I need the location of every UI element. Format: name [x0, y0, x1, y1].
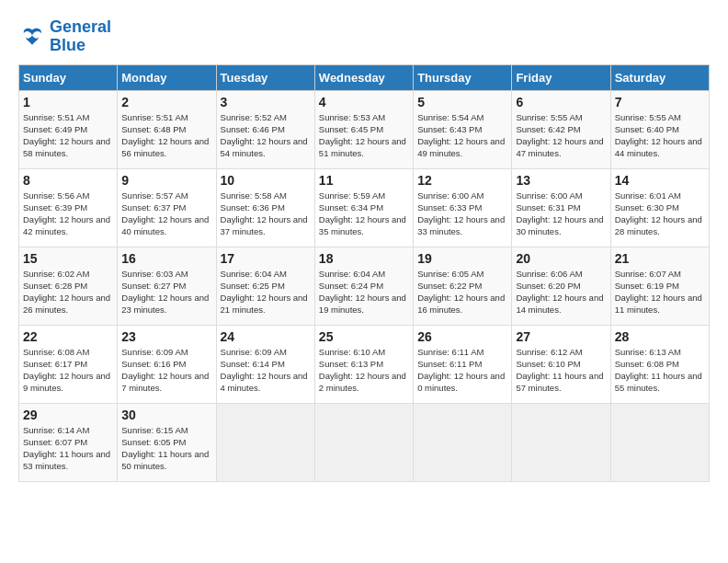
day-number: 28: [615, 329, 705, 344]
calendar-cell: [610, 403, 709, 481]
day-number: 13: [516, 173, 606, 188]
calendar-cell: 12 Sunrise: 6:00 AM Sunset: 6:33 PM Dayl…: [414, 168, 512, 247]
calendar-week-3: 15 Sunrise: 6:02 AM Sunset: 6:28 PM Dayl…: [19, 247, 710, 325]
day-number: 5: [417, 95, 507, 109]
day-info: Sunrise: 5:52 AM Sunset: 6:46 PM Dayligh…: [221, 111, 311, 160]
calendar-cell: 1 Sunrise: 5:51 AM Sunset: 6:49 PM Dayli…: [19, 90, 118, 168]
calendar-cell: 5 Sunrise: 5:54 AM Sunset: 6:43 PM Dayli…: [414, 90, 512, 168]
day-number: 20: [516, 251, 606, 266]
calendar-cell: 25 Sunrise: 6:10 AM Sunset: 6:13 PM Dayl…: [314, 325, 413, 403]
day-number: 1: [23, 95, 113, 109]
calendar-cell: 3 Sunrise: 5:52 AM Sunset: 6:46 PM Dayli…: [216, 90, 314, 168]
calendar-cell: 2 Sunrise: 5:51 AM Sunset: 6:48 PM Dayli…: [118, 90, 216, 168]
day-info: Sunrise: 6:01 AM Sunset: 6:30 PM Dayligh…: [615, 190, 705, 238]
calendar-cell: 7 Sunrise: 5:55 AM Sunset: 6:40 PM Dayli…: [610, 90, 709, 168]
logo-text: General Blue: [50, 18, 111, 55]
day-info: Sunrise: 6:04 AM Sunset: 6:24 PM Dayligh…: [319, 268, 409, 316]
day-info: Sunrise: 6:09 AM Sunset: 6:16 PM Dayligh…: [121, 346, 211, 395]
day-number: 2: [121, 95, 211, 109]
day-number: 22: [23, 329, 113, 344]
day-number: 26: [417, 329, 507, 344]
calendar-cell: 30 Sunrise: 6:15 AM Sunset: 6:05 PM Dayl…: [118, 403, 216, 481]
calendar-cell: 6 Sunrise: 5:55 AM Sunset: 6:42 PM Dayli…: [512, 90, 610, 168]
calendar-cell: 28 Sunrise: 6:13 AM Sunset: 6:08 PM Dayl…: [610, 325, 709, 403]
calendar-cell: 11 Sunrise: 5:59 AM Sunset: 6:34 PM Dayl…: [314, 168, 413, 247]
calendar-week-5: 29 Sunrise: 6:14 AM Sunset: 6:07 PM Dayl…: [19, 403, 710, 481]
page-header: General Blue: [18, 18, 710, 55]
calendar-cell: 15 Sunrise: 6:02 AM Sunset: 6:28 PM Dayl…: [19, 247, 118, 325]
day-info: Sunrise: 5:54 AM Sunset: 6:43 PM Dayligh…: [417, 111, 507, 160]
day-info: Sunrise: 5:53 AM Sunset: 6:45 PM Dayligh…: [319, 111, 409, 160]
day-info: Sunrise: 5:56 AM Sunset: 6:39 PM Dayligh…: [23, 190, 113, 238]
calendar-cell: 10 Sunrise: 5:58 AM Sunset: 6:36 PM Dayl…: [216, 168, 314, 247]
day-number: 14: [615, 173, 705, 188]
day-info: Sunrise: 6:08 AM Sunset: 6:17 PM Dayligh…: [23, 346, 113, 395]
day-info: Sunrise: 6:15 AM Sunset: 6:05 PM Dayligh…: [121, 424, 211, 473]
day-info: Sunrise: 5:51 AM Sunset: 6:49 PM Dayligh…: [23, 111, 113, 160]
calendar-header-row: SundayMondayTuesdayWednesdayThursdayFrid…: [19, 64, 710, 90]
day-number: 23: [121, 329, 211, 344]
day-info: Sunrise: 6:06 AM Sunset: 6:20 PM Dayligh…: [516, 268, 606, 316]
day-number: 8: [23, 173, 113, 188]
day-header-saturday: Saturday: [610, 64, 709, 90]
day-info: Sunrise: 6:14 AM Sunset: 6:07 PM Dayligh…: [23, 424, 113, 473]
logo-icon: [18, 23, 46, 51]
day-info: Sunrise: 5:55 AM Sunset: 6:40 PM Dayligh…: [615, 111, 705, 160]
day-info: Sunrise: 5:57 AM Sunset: 6:37 PM Dayligh…: [121, 190, 211, 238]
day-number: 30: [121, 408, 211, 422]
calendar-cell: 8 Sunrise: 5:56 AM Sunset: 6:39 PM Dayli…: [19, 168, 118, 247]
calendar-week-1: 1 Sunrise: 5:51 AM Sunset: 6:49 PM Dayli…: [19, 90, 710, 168]
day-info: Sunrise: 6:12 AM Sunset: 6:10 PM Dayligh…: [516, 346, 606, 395]
day-number: 17: [221, 251, 311, 266]
day-number: 15: [23, 251, 113, 266]
day-info: Sunrise: 6:07 AM Sunset: 6:19 PM Dayligh…: [615, 268, 705, 316]
day-info: Sunrise: 5:58 AM Sunset: 6:36 PM Dayligh…: [221, 190, 311, 238]
calendar-cell: 14 Sunrise: 6:01 AM Sunset: 6:30 PM Dayl…: [610, 168, 709, 247]
calendar-cell: 23 Sunrise: 6:09 AM Sunset: 6:16 PM Dayl…: [118, 325, 216, 403]
calendar-week-4: 22 Sunrise: 6:08 AM Sunset: 6:17 PM Dayl…: [19, 325, 710, 403]
calendar-cell: [512, 403, 610, 481]
calendar-cell: 16 Sunrise: 6:03 AM Sunset: 6:27 PM Dayl…: [118, 247, 216, 325]
calendar-cell: [314, 403, 413, 481]
day-info: Sunrise: 6:05 AM Sunset: 6:22 PM Dayligh…: [417, 268, 507, 316]
calendar-week-2: 8 Sunrise: 5:56 AM Sunset: 6:39 PM Dayli…: [19, 168, 710, 247]
day-header-tuesday: Tuesday: [216, 64, 314, 90]
calendar-cell: 4 Sunrise: 5:53 AM Sunset: 6:45 PM Dayli…: [314, 90, 413, 168]
day-number: 12: [417, 173, 507, 188]
day-info: Sunrise: 6:00 AM Sunset: 6:31 PM Dayligh…: [516, 190, 606, 238]
day-number: 25: [319, 329, 409, 344]
day-number: 6: [516, 95, 606, 109]
day-header-monday: Monday: [118, 64, 216, 90]
calendar-cell: 29 Sunrise: 6:14 AM Sunset: 6:07 PM Dayl…: [19, 403, 118, 481]
calendar-cell: 20 Sunrise: 6:06 AM Sunset: 6:20 PM Dayl…: [512, 247, 610, 325]
day-header-thursday: Thursday: [414, 64, 512, 90]
day-number: 21: [615, 251, 705, 266]
day-number: 18: [319, 251, 409, 266]
calendar-cell: 17 Sunrise: 6:04 AM Sunset: 6:25 PM Dayl…: [216, 247, 314, 325]
logo: General Blue: [18, 18, 111, 55]
calendar-cell: 21 Sunrise: 6:07 AM Sunset: 6:19 PM Dayl…: [610, 247, 709, 325]
calendar-cell: [216, 403, 314, 481]
day-info: Sunrise: 6:13 AM Sunset: 6:08 PM Dayligh…: [615, 346, 705, 395]
day-number: 27: [516, 329, 606, 344]
day-number: 10: [221, 173, 311, 188]
day-info: Sunrise: 6:02 AM Sunset: 6:28 PM Dayligh…: [23, 268, 113, 316]
day-info: Sunrise: 5:51 AM Sunset: 6:48 PM Dayligh…: [121, 111, 211, 160]
day-info: Sunrise: 6:10 AM Sunset: 6:13 PM Dayligh…: [319, 346, 409, 395]
day-header-friday: Friday: [512, 64, 610, 90]
day-info: Sunrise: 5:55 AM Sunset: 6:42 PM Dayligh…: [516, 111, 606, 160]
day-header-sunday: Sunday: [19, 64, 118, 90]
day-info: Sunrise: 6:11 AM Sunset: 6:11 PM Dayligh…: [417, 346, 507, 395]
day-number: 24: [221, 329, 311, 344]
day-info: Sunrise: 6:09 AM Sunset: 6:14 PM Dayligh…: [221, 346, 311, 395]
day-number: 3: [221, 95, 311, 109]
day-number: 29: [23, 408, 113, 422]
day-number: 11: [319, 173, 409, 188]
day-number: 19: [417, 251, 507, 266]
calendar-cell: 24 Sunrise: 6:09 AM Sunset: 6:14 PM Dayl…: [216, 325, 314, 403]
calendar-cell: [414, 403, 512, 481]
calendar-cell: 26 Sunrise: 6:11 AM Sunset: 6:11 PM Dayl…: [414, 325, 512, 403]
day-info: Sunrise: 6:00 AM Sunset: 6:33 PM Dayligh…: [417, 190, 507, 238]
day-number: 9: [121, 173, 211, 188]
day-header-wednesday: Wednesday: [314, 64, 413, 90]
